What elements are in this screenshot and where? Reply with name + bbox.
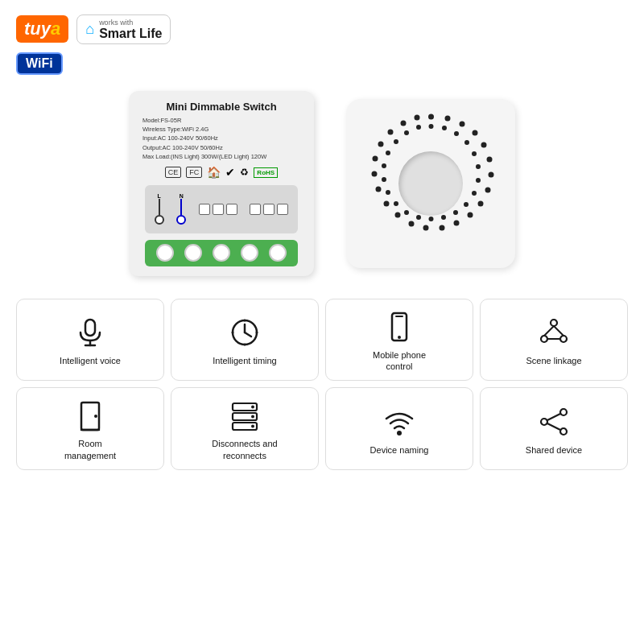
svg-point-6 (488, 172, 493, 178)
svg-point-35 (416, 215, 421, 220)
svg-line-50 (245, 332, 251, 336)
feature-label-room: Room management (64, 438, 116, 461)
svg-rect-45 (85, 320, 95, 336)
svg-point-7 (485, 188, 490, 193)
maxload-text: Max Load:(INS Light) 300W/(LED Light) 12… (142, 152, 304, 161)
svg-point-23 (428, 124, 433, 129)
svg-point-75 (541, 419, 547, 425)
door-icon (74, 399, 106, 431)
svg-point-11 (439, 225, 444, 231)
svg-point-37 (394, 201, 398, 206)
terminal-strip (145, 240, 298, 266)
terminal-blocks (199, 204, 237, 215)
svg-point-10 (453, 221, 459, 226)
feature-shared-device: Shared device (480, 387, 628, 470)
svg-point-25 (454, 131, 459, 136)
svg-point-30 (472, 191, 477, 196)
svg-point-15 (383, 201, 389, 207)
terminal-4 (241, 244, 258, 262)
phone-icon (383, 311, 415, 343)
speaker-inner (398, 151, 463, 216)
ce-icon: CE (165, 167, 182, 178)
svg-point-3 (472, 130, 477, 136)
smartlife-name: Smart Life (99, 27, 162, 40)
switch-product: Mini Dimmable Switch Model:FS-05R Wirele… (129, 91, 314, 276)
svg-point-14 (394, 213, 400, 218)
svg-point-24 (442, 126, 447, 130)
share-icon (538, 406, 570, 438)
svg-point-76 (560, 428, 567, 435)
svg-point-40 (382, 163, 386, 168)
feature-mobile-phone: Mobile phone control (325, 299, 473, 382)
svg-point-60 (560, 336, 567, 342)
svg-point-34 (428, 217, 433, 221)
svg-point-1 (444, 116, 450, 122)
svg-point-72 (251, 425, 254, 428)
svg-point-58 (551, 320, 557, 326)
input-text: Input:AC 100-240V 50/60Hz (142, 134, 304, 142)
check-cert-icon: ✔ (225, 166, 235, 179)
svg-point-27 (472, 151, 477, 156)
svg-point-22 (414, 115, 419, 121)
wireless-text: Wireless Type:WiFi 2.4G (142, 125, 304, 134)
svg-point-43 (404, 130, 409, 135)
svg-point-59 (541, 336, 547, 342)
speaker-product (346, 99, 515, 268)
svg-point-5 (486, 157, 492, 163)
terminal-1 (156, 244, 174, 262)
output-text: Output:AC 100-240V 50/60Hz (142, 143, 304, 152)
svg-point-18 (372, 156, 378, 162)
svg-line-77 (547, 414, 560, 420)
svg-point-51 (244, 319, 246, 321)
svg-point-44 (416, 125, 421, 130)
smartlife-badge: ⌂ works with Smart Life (76, 14, 171, 44)
feature-intelligent-timing: Intelligent timing (171, 299, 319, 382)
feature-label-timing: Intelligent timing (213, 355, 277, 366)
certifications-row: CE FC 🏠 ✔ ♻ RoHS (165, 166, 278, 179)
feature-disconnects: Disconnects and reconnects (171, 387, 319, 470)
features-grid: Intelligent voice Intelligent timing Mob… (0, 292, 644, 480)
feature-label-shared: Shared device (526, 444, 582, 456)
svg-point-29 (476, 178, 481, 183)
terminal-5 (269, 244, 287, 262)
svg-point-41 (386, 151, 390, 155)
wifi-badge: WiFi (16, 52, 63, 75)
feature-scene-linkage: Scene linkage (480, 299, 628, 382)
svg-point-74 (560, 409, 567, 415)
feature-room-management: Room management (16, 387, 164, 470)
feature-label-mobile: Mobile phone control (373, 349, 426, 373)
svg-point-2 (459, 122, 464, 127)
home-icon: ⌂ (85, 21, 94, 38)
wiring-diagram: L N (145, 185, 298, 233)
tuya-logo: tuya (16, 15, 68, 43)
svg-line-78 (547, 423, 560, 430)
svg-point-9 (467, 213, 473, 218)
recycle-icon: ♻ (240, 167, 249, 178)
svg-point-16 (375, 187, 381, 192)
svg-line-62 (554, 326, 564, 336)
svg-point-19 (378, 142, 383, 147)
svg-point-70 (251, 406, 254, 409)
products-area: Mini Dimmable Switch Model:FS-05R Wirele… (0, 67, 644, 292)
model-text: Model:FS-05R (142, 116, 304, 125)
svg-point-8 (477, 201, 483, 207)
wifi-icon (383, 406, 415, 438)
svg-point-17 (371, 171, 377, 177)
mic-icon (74, 316, 106, 349)
fc-icon: FC (186, 167, 202, 178)
svg-point-36 (404, 210, 409, 215)
svg-point-20 (387, 130, 393, 135)
svg-point-26 (464, 140, 469, 145)
svg-line-61 (544, 326, 554, 336)
terminal-3 (213, 244, 230, 262)
svg-point-32 (453, 210, 458, 215)
svg-point-38 (386, 190, 390, 195)
header: tuya ⌂ works with Smart Life (0, 0, 644, 51)
svg-point-12 (423, 225, 428, 231)
svg-point-31 (464, 202, 469, 207)
feature-label-scene: Scene linkage (526, 355, 581, 366)
svg-point-73 (397, 431, 402, 436)
feature-label-disconnects: Disconnects and reconnects (212, 438, 277, 461)
svg-point-53 (244, 343, 246, 345)
svg-point-28 (476, 164, 481, 169)
